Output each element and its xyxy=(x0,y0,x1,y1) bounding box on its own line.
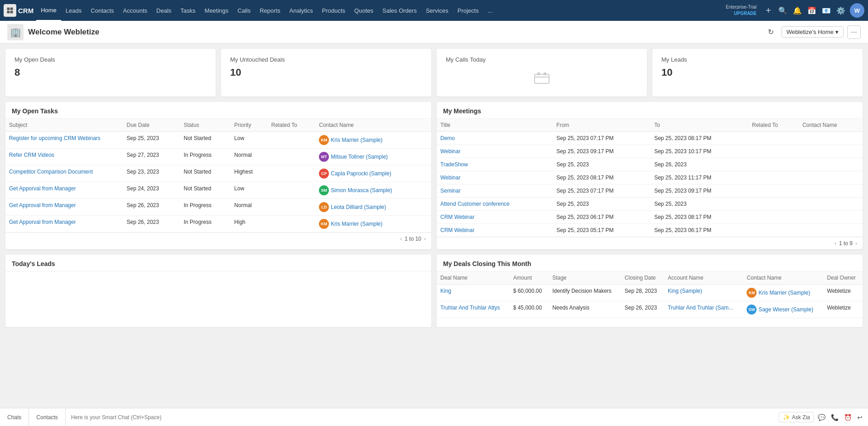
nav-item-quotes[interactable]: Quotes xyxy=(350,0,378,21)
page-title: Welcome Webletize xyxy=(28,28,99,37)
settings-icon[interactable]: ⚙️ xyxy=(834,3,848,18)
tasks-col-header: Due Date xyxy=(123,119,180,132)
bottom-row: Today's Leads My Deals Closing This Mont… xyxy=(5,255,863,327)
search-icon[interactable]: 🔍 xyxy=(776,3,790,18)
nav-item-tasks[interactable]: Tasks xyxy=(176,0,200,21)
deals-col-header: Account Name xyxy=(664,271,743,285)
refresh-button[interactable]: ↻ xyxy=(764,25,778,39)
task-row: Get Apporval from ManagerSep 26, 2023In … xyxy=(5,216,431,232)
nav-item-sales-orders[interactable]: Sales Orders xyxy=(378,0,421,21)
next-page-icon[interactable]: › xyxy=(424,236,426,242)
stat-card-0: My Open Deals 8 xyxy=(5,49,216,97)
stat-label: My Leads xyxy=(661,56,854,63)
meeting-title-link[interactable]: Demo xyxy=(440,135,455,141)
deal-contact-avatar: KM xyxy=(747,288,757,298)
open-tasks-card: My Open Tasks SubjectDue DateStatusPrior… xyxy=(5,102,431,249)
meetings-next-page-icon[interactable]: › xyxy=(855,240,857,247)
calendar-icon[interactable]: 📅 xyxy=(805,3,819,18)
bell-icon[interactable]: 🔔 xyxy=(790,3,805,18)
meeting-row: CRM WebinarSep 25, 2023 05:17 PMSep 25, … xyxy=(437,224,863,237)
deals-col-header: Stage xyxy=(549,271,621,285)
two-col-section: My Open Tasks SubjectDue DateStatusPrior… xyxy=(5,102,863,249)
deal-cell-link[interactable]: Truhlar And Truhlar Attys xyxy=(440,305,500,311)
deals-closing-card: My Deals Closing This Month Deal NameAmo… xyxy=(437,255,863,327)
tasks-table: SubjectDue DateStatusPriorityRelated ToC… xyxy=(5,119,431,232)
deal-row: King$ 60,000.00Identify Decision MakersS… xyxy=(437,285,863,301)
meetings-col-header: Title xyxy=(437,119,553,132)
meeting-title-link[interactable]: TradeShow xyxy=(440,161,468,168)
nav-item-analytics[interactable]: Analytics xyxy=(285,0,318,21)
meetings-col-header: From xyxy=(553,119,651,132)
nav-item-projects[interactable]: Projects xyxy=(453,0,483,21)
deals-col-header: Amount xyxy=(510,271,549,285)
nav-item-leads[interactable]: Leads xyxy=(61,0,86,21)
prev-page-icon[interactable]: ‹ xyxy=(400,236,402,242)
user-avatar[interactable]: W xyxy=(850,3,864,18)
stat-label: My Calls Today xyxy=(446,56,638,63)
meeting-title-link[interactable]: CRM Webinar xyxy=(440,214,474,220)
meeting-title-link[interactable]: Attend Customer conference xyxy=(440,201,510,207)
main-content: My Open Deals 8My Untouched Deals 10My C… xyxy=(0,44,868,408)
nav-item-accounts[interactable]: Accounts xyxy=(119,0,152,21)
task-row: Get Apporval from ManagerSep 24, 2023Not… xyxy=(5,182,431,199)
contact-avatar: KM xyxy=(319,135,329,145)
deals-col-header: Closing Date xyxy=(621,271,664,285)
task-row: Get Approval from ManagerSep 26, 2023In … xyxy=(5,199,431,216)
meetings-card: My Meetings TitleFromToRelated ToContact… xyxy=(437,102,863,249)
task-subject-link[interactable]: Get Approval from Manager xyxy=(9,202,76,208)
home-dropdown[interactable]: Webletize's Home ▾ xyxy=(781,26,844,38)
task-subject-link[interactable]: Get Apporval from Manager xyxy=(9,185,76,192)
contact-name-link[interactable]: Kris Marrier (Sample) xyxy=(331,137,382,143)
meeting-title-link[interactable]: Webinar xyxy=(440,148,460,155)
contact-name-link[interactable]: Kris Marrier (Sample) xyxy=(331,221,382,227)
task-subject-link[interactable]: Get Apporval from Manager xyxy=(9,219,76,225)
nav-item-contacts[interactable]: Contacts xyxy=(86,0,118,21)
task-subject-link[interactable]: Refer CRM Videos xyxy=(9,152,54,158)
contact-name-link[interactable]: Leota Dilliard (Sample) xyxy=(331,204,386,210)
tasks-col-header: Related To xyxy=(268,119,315,132)
meeting-row: Attend Customer conferenceSep 25, 2023Se… xyxy=(437,198,863,211)
enterprise-badge: Enterprise-Trial UPGRADE xyxy=(726,4,757,17)
contact-name-link[interactable]: Mitsue Tollner (Sample) xyxy=(331,154,388,160)
deal-contact-link[interactable]: Kris Marrier (Sample) xyxy=(758,290,810,296)
contact-name-link[interactable]: Simon Morasca (Sample) xyxy=(331,187,392,194)
content-header: 🏢 Welcome Webletize ↻ Webletize's Home ▾… xyxy=(0,21,868,44)
task-subject-link[interactable]: Competitor Comparison Document xyxy=(9,169,93,175)
task-subject-link[interactable]: Register for upcoming CRM Webinars xyxy=(9,135,101,141)
deal-cell-link[interactable]: King (Sample) xyxy=(668,288,702,294)
contact-avatar: LD xyxy=(319,202,329,212)
nav-item-calls[interactable]: Calls xyxy=(233,0,255,21)
svg-rect-0 xyxy=(7,8,10,10)
create-btn[interactable]: + xyxy=(761,3,776,18)
contact-name-link[interactable]: Capla Paprocki (Sample) xyxy=(331,170,391,177)
nav-item-reports[interactable]: Reports xyxy=(255,0,285,21)
stat-value: 10 xyxy=(661,67,854,78)
meeting-title-link[interactable]: Seminar xyxy=(440,188,461,194)
tasks-col-header: Contact Name xyxy=(315,119,431,132)
meetings-prev-page-icon[interactable]: ‹ xyxy=(834,240,836,247)
deal-contact-link[interactable]: Sage Wieser (Sample) xyxy=(758,306,813,313)
mail-icon[interactable]: 📧 xyxy=(819,3,834,18)
nav-item-deals[interactable]: Deals xyxy=(152,0,176,21)
meetings-title: My Meetings xyxy=(437,102,863,119)
stats-row: My Open Deals 8My Untouched Deals 10My C… xyxy=(5,49,863,97)
meeting-title-link[interactable]: CRM Webinar xyxy=(440,227,474,233)
task-row: Competitor Comparison DocumentSep 23, 20… xyxy=(5,165,431,182)
more-options-button[interactable]: ··· xyxy=(847,25,861,39)
stat-label: My Open Deals xyxy=(14,56,207,63)
deal-cell-link[interactable]: King xyxy=(440,288,451,294)
svg-rect-5 xyxy=(537,73,540,75)
meeting-title-link[interactable]: Webinar xyxy=(440,174,460,181)
meetings-col-header: Related To xyxy=(748,119,799,132)
crm-logo[interactable]: CRM xyxy=(4,4,34,17)
nav-item-products[interactable]: Products xyxy=(318,0,350,21)
meeting-row: TradeShowSep 25, 2023Sep 26, 2023 xyxy=(437,158,863,171)
deal-cell-link[interactable]: Truhlar And Truhlar (Sam... xyxy=(668,305,733,311)
nav-item-home[interactable]: Home xyxy=(36,0,61,21)
page-icon: 🏢 xyxy=(7,24,24,40)
nav-item-services[interactable]: Services xyxy=(421,0,453,21)
meeting-row: DemoSep 25, 2023 07:17 PMSep 25, 2023 08… xyxy=(437,132,863,145)
top-nav: CRM HomeLeadsContactsAccountsDealsTasksM… xyxy=(0,0,868,21)
nav-item-...[interactable]: ... xyxy=(483,0,497,21)
nav-item-meetings[interactable]: Meetings xyxy=(200,0,233,21)
